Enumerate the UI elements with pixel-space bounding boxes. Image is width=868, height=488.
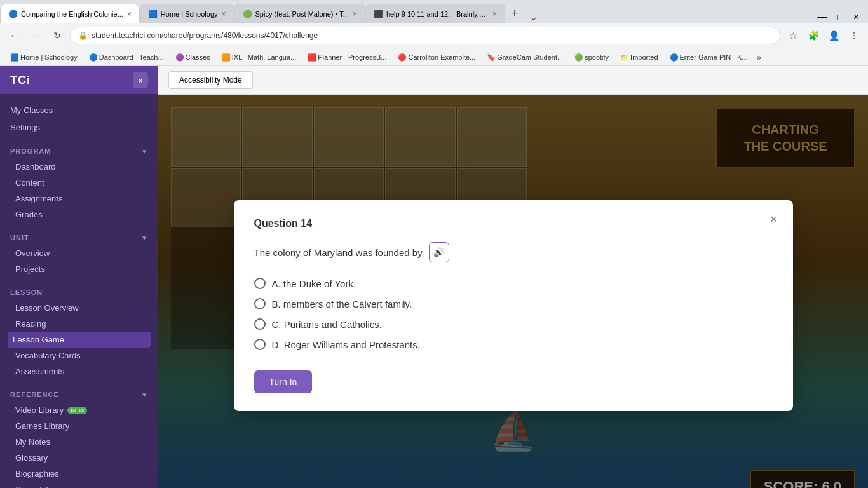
bookmark-imported[interactable]: 📁 Imported <box>615 52 663 62</box>
menu-icon[interactable]: ⋮ <box>845 27 863 44</box>
bookmark-spootify[interactable]: 🟢 spootify <box>569 52 614 62</box>
bookmarks-bar: 🟦 Home | Schoology 🔵 Dashboard - Teach..… <box>0 48 868 66</box>
bookmark-favicon-9: 📁 <box>620 53 628 61</box>
sidebar-lesson-section: LESSON Lesson Overview Reading Lesson Ga… <box>0 277 158 379</box>
bookmark-favicon-6: 🔴 <box>398 53 405 61</box>
sidebar-item-lesson-game[interactable]: Lesson Game <box>8 332 151 348</box>
bookmark-classes[interactable]: 🟣 Classes <box>170 52 215 62</box>
back-button[interactable]: ← <box>5 27 23 44</box>
sidebar-item-video-library[interactable]: Video Library NEW <box>10 402 148 418</box>
option-d[interactable]: D. Roger Williams and Protestants. <box>254 339 773 350</box>
tci-logo: TCi <box>10 74 31 87</box>
accessibility-bar: Accessibility Mode <box>158 66 868 95</box>
accessibility-mode-button[interactable]: Accessibility Mode <box>168 71 253 89</box>
minimize-button[interactable]: — <box>813 11 831 23</box>
option-b[interactable]: B. members of the Calvert family. <box>254 298 773 309</box>
sidebar-section-title-program: PROGRAM ▼ <box>10 144 148 159</box>
new-tab-button[interactable]: + <box>505 4 524 23</box>
sidebar-header: TCi « <box>0 66 158 94</box>
sidebar-item-games-library[interactable]: Games Library <box>10 418 148 434</box>
bookmark-gradecam[interactable]: 🔖 GradeCam Student... <box>482 52 568 62</box>
bookmark-enter-game[interactable]: 🔵 Enter Game PIN - K... <box>665 52 753 62</box>
tab-favicon-2: 🟦 <box>148 10 157 18</box>
option-a[interactable]: A. the Duke of York. <box>254 278 773 289</box>
sidebar-item-grades[interactable]: Grades <box>10 207 148 222</box>
sidebar-program-section: PROGRAM ▼ Dashboard Content Assignments … <box>0 136 158 222</box>
bookmark-planner[interactable]: 🟥 Planner - ProgressB... <box>302 52 391 62</box>
unit-arrow-icon: ▼ <box>141 234 148 241</box>
sidebar: TCi « My Classes Settings PROGRAM ▼ Dash… <box>0 66 158 488</box>
game-background: CHARTING THE COURSE ⛵ SCORE: 6.0 × Quest… <box>158 95 868 488</box>
tab-close-3[interactable]: × <box>353 10 357 18</box>
sidebar-item-glossary[interactable]: Glossary <box>10 450 148 466</box>
tab-overflow-button[interactable]: ⌄ <box>524 11 543 23</box>
sidebar-item-content[interactable]: Content <box>10 175 148 191</box>
tab-close-2[interactable]: × <box>222 10 226 18</box>
tab-favicon-3: 🟢 <box>243 10 252 18</box>
modal-title: Question 14 <box>254 218 773 229</box>
sidebar-collapse-button[interactable]: « <box>133 72 148 88</box>
radio-c[interactable] <box>254 318 266 330</box>
sidebar-item-civics-library[interactable]: Civics Library <box>10 482 148 488</box>
bookmarks-overflow[interactable]: » <box>754 52 764 62</box>
extension-icon[interactable]: 🧩 <box>804 27 822 44</box>
modal-overlay: × Question 14 The colony of Maryland was… <box>158 95 868 488</box>
maximize-button[interactable]: □ <box>834 12 846 22</box>
bookmark-schoology[interactable]: 🟦 Home | Schoology <box>5 52 83 62</box>
reference-arrow-icon: ▼ <box>141 391 148 398</box>
sidebar-item-assessments[interactable]: Assessments <box>10 363 148 379</box>
sidebar-item-my-notes[interactable]: My Notes <box>10 434 148 450</box>
modal-question-text: The colony of Maryland was founded by 🔊 <box>254 242 773 262</box>
audio-icon: 🔊 <box>433 247 444 257</box>
sidebar-section-title-reference: REFERENCE ▼ <box>10 387 148 402</box>
sidebar-item-overview[interactable]: Overview <box>10 245 148 261</box>
sidebar-item-projects[interactable]: Projects <box>10 261 148 277</box>
turn-in-button[interactable]: Turn In <box>254 370 313 393</box>
tab-close-1[interactable]: × <box>127 10 132 18</box>
tab-schoology[interactable]: 🟦 Home | Schoology × <box>140 4 234 23</box>
address-text: student.teachtci.com/shared/programs/480… <box>92 31 772 40</box>
radio-a[interactable] <box>254 278 266 289</box>
bookmark-ixl[interactable]: 🟧 IXL | Math, Langua... <box>217 52 302 62</box>
tab-favicon-4: ⬛ <box>374 10 383 18</box>
new-badge: NEW <box>67 407 87 414</box>
lock-icon: 🔒 <box>78 31 88 40</box>
tab-spicy[interactable]: 🟢 Spicy (feat. Post Malone) • T... × <box>234 4 365 23</box>
sidebar-item-dashboard[interactable]: Dashboard <box>10 159 148 175</box>
forward-button[interactable]: → <box>27 27 44 44</box>
modal-close-button[interactable]: × <box>765 210 783 228</box>
sidebar-item-assignments[interactable]: Assignments <box>10 191 148 207</box>
tab-close-4[interactable]: × <box>492 10 497 18</box>
sidebar-item-settings[interactable]: Settings <box>10 119 148 136</box>
reload-button[interactable]: ↻ <box>48 27 66 44</box>
sidebar-item-lesson-overview[interactable]: Lesson Overview <box>10 300 148 316</box>
bookmark-dashboard[interactable]: 🔵 Dashboard - Teach... <box>84 52 169 62</box>
bookmark-favicon-1: 🟦 <box>10 53 18 61</box>
question-modal: × Question 14 The colony of Maryland was… <box>234 200 793 411</box>
main-content: Accessibility Mode <box>158 66 868 488</box>
radio-d[interactable] <box>254 339 266 350</box>
tab-brainly[interactable]: ⬛ help 9 10 11 and 12. - Brainly.co... × <box>365 4 505 23</box>
tab-bar: 🔵 Comparing the English Colonie... × 🟦 H… <box>0 0 868 23</box>
bookmark-favicon-7: 🔖 <box>487 53 494 61</box>
bookmark-favicon-10: 🔵 <box>670 53 677 61</box>
sidebar-item-my-classes[interactable]: My Classes <box>10 102 148 119</box>
sidebar-item-vocabulary-cards[interactable]: Vocabulary Cards <box>10 348 148 363</box>
page-content: TCi « My Classes Settings PROGRAM ▼ Dash… <box>0 66 868 488</box>
sidebar-item-reading[interactable]: Reading <box>10 316 148 332</box>
tab-title-4: help 9 10 11 and 12. - Brainly.co... <box>386 10 489 18</box>
sidebar-item-biographies[interactable]: Biographies <box>10 466 148 482</box>
radio-b[interactable] <box>254 298 266 309</box>
profile-icon[interactable]: 👤 <box>825 27 843 44</box>
bookmark-favicon-8: 🟢 <box>574 53 582 61</box>
audio-button[interactable]: 🔊 <box>429 242 449 262</box>
close-window-button[interactable]: × <box>850 11 863 23</box>
bookmark-favicon-5: 🟥 <box>308 53 315 61</box>
sidebar-section-title-lesson: LESSON <box>10 285 148 300</box>
address-bar[interactable]: 🔒 student.teachtci.com/shared/programs/4… <box>70 27 780 44</box>
tab-comparing[interactable]: 🔵 Comparing the English Colonie... × <box>0 4 140 23</box>
option-c[interactable]: C. Puritans and Catholics. <box>254 318 773 330</box>
bookmark-carrollton[interactable]: 🔴 Carrollton Exemplte... <box>393 52 480 62</box>
bookmark-favicon-4: 🟧 <box>222 53 229 61</box>
bookmark-star-icon[interactable]: ☆ <box>784 27 802 44</box>
